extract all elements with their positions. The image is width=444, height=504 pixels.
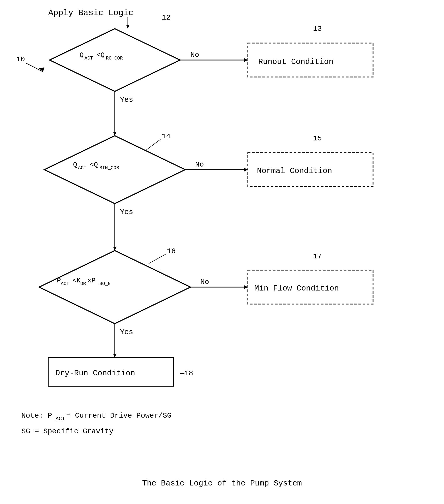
svg-text:15: 15 [313,134,322,143]
svg-text:P: P [57,277,61,284]
svg-text:<Q: <Q [97,51,105,59]
svg-text:No: No [200,278,209,286]
svg-text:ACT: ACT [61,281,69,286]
svg-text:No: No [190,51,199,59]
svg-text:ACT: ACT [85,56,93,61]
ref-10: 10 [16,55,25,63]
svg-text:17: 17 [313,252,322,260]
svg-text:ACT: ACT [56,416,65,422]
ref-12: 12 [162,14,171,22]
svg-text:14: 14 [162,132,171,140]
svg-text:Dry-Run Condition: Dry-Run Condition [55,369,135,378]
svg-text:Yes: Yes [120,328,133,336]
svg-text:Normal Condition: Normal Condition [257,167,332,175]
svg-text:SO_N: SO_N [99,281,111,286]
svg-text:RO_COR: RO_COR [106,56,123,61]
svg-text:Min Flow Condition: Min Flow Condition [254,284,339,293]
svg-text:ACT: ACT [78,165,87,170]
svg-text:MIN_COR: MIN_COR [99,165,119,170]
svg-text:Yes: Yes [120,208,133,216]
svg-text:—18: —18 [180,369,193,377]
svg-text:Note:  P: Note: P [21,412,52,420]
svg-text:Runout Condition: Runout Condition [258,57,333,66]
svg-text:DR: DR [80,281,86,286]
svg-text:Q: Q [73,161,77,169]
svg-text:= Current Drive Power/SG: = Current Drive Power/SG [66,412,171,420]
apply-label: Apply Basic Logic [48,8,133,18]
svg-text:xP: xP [87,277,95,284]
svg-text:SG = Specific Gravity: SG = Specific Gravity [21,427,113,435]
svg-text:Q: Q [80,51,84,59]
svg-text:No: No [195,161,204,169]
svg-text:16: 16 [167,247,176,255]
svg-text:<K: <K [73,277,81,284]
svg-text:13: 13 [313,25,322,33]
diagram-container: Apply Basic Logic 12 10 Q ACT <Q RO_COR … [0,0,444,504]
svg-text:<Q: <Q [90,161,98,169]
svg-text:The Basic Logic of the Pump Sy: The Basic Logic of the Pump System [142,479,302,488]
svg-text:Yes: Yes [120,96,133,104]
